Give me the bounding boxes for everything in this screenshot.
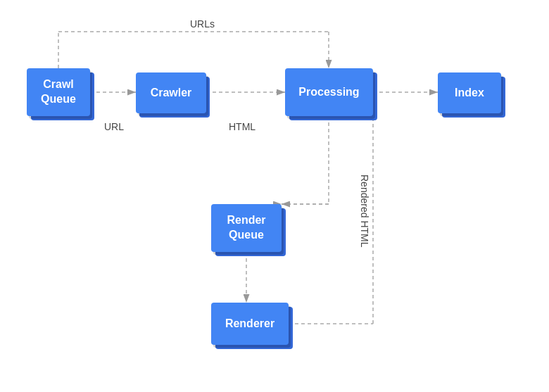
url-label: URL — [104, 121, 124, 132]
render-queue-label: RenderQueue — [227, 213, 265, 243]
urls-label: URLs — [190, 18, 215, 30]
renderer-label: Renderer — [225, 317, 274, 331]
crawl-queue-label: CrawlQueue — [41, 77, 76, 107]
crawler-label: Crawler — [151, 86, 192, 101]
processing-node: Processing — [285, 68, 373, 116]
html-label: HTML — [229, 121, 255, 132]
render-queue-node: RenderQueue — [211, 204, 282, 252]
diagram-container: CrawlQueue Crawler Processing Index Rend… — [0, 0, 549, 392]
rendered-html-label: Rendered HTML — [359, 175, 370, 248]
renderer-node: Renderer — [211, 303, 289, 345]
index-node: Index — [438, 72, 501, 113]
processing-label: Processing — [298, 85, 359, 100]
crawler-node: Crawler — [136, 72, 206, 113]
index-label: Index — [455, 86, 484, 101]
crawl-queue-node: CrawlQueue — [27, 68, 90, 116]
